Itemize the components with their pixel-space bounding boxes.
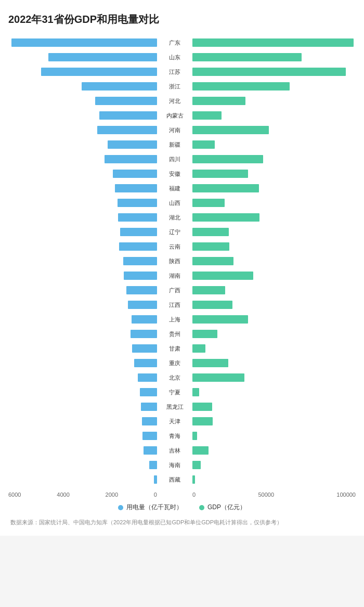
chart-grid: 广东山东江苏浙江河北内蒙古河南新疆四川安徽福建山西湖北辽宁云南陕西湖南广西江西上…: [8, 36, 356, 487]
province-label: 北京: [169, 371, 180, 384]
right-row: [190, 80, 356, 93]
left-row: [8, 138, 159, 151]
bar-gdp: [192, 97, 245, 105]
bar-electricity: [138, 373, 157, 382]
bar-electricity: [131, 330, 157, 338]
axis-area: 6000 4000 2000 0 0 50000 100000: [8, 492, 356, 498]
right-row: [190, 444, 356, 457]
bar-gdp: [192, 126, 269, 134]
right-row: [190, 123, 356, 137]
right-axis-50000: 50000: [258, 492, 274, 498]
left-row: [8, 444, 159, 457]
bar-gdp: [192, 257, 233, 265]
right-row: [190, 50, 356, 64]
left-row: [8, 371, 159, 384]
province-label: 天津: [169, 415, 180, 428]
legend-gdp: GDP（亿元）: [199, 503, 246, 512]
left-row: [8, 182, 159, 195]
right-row: [190, 429, 356, 443]
bar-electricity: [115, 184, 157, 192]
center-axis-spacer: [159, 492, 190, 498]
right-row: [190, 254, 356, 268]
right-row: [190, 458, 356, 472]
bar-electricity: [108, 140, 157, 149]
province-label: 山东: [169, 50, 180, 64]
bar-gdp: [192, 301, 232, 309]
bar-gdp: [192, 82, 290, 91]
right-row: [190, 182, 356, 195]
right-row: [190, 65, 356, 79]
left-row: [8, 356, 159, 370]
bar-electricity: [118, 213, 157, 222]
left-row: [8, 196, 159, 210]
province-label: 福建: [169, 182, 180, 195]
right-row: [190, 167, 356, 180]
province-label: 四川: [169, 152, 180, 166]
province-label: 江西: [169, 298, 180, 312]
province-label: 辽宁: [169, 225, 180, 239]
bar-electricity: [140, 388, 157, 396]
left-row: [8, 152, 159, 166]
left-row: [8, 109, 159, 122]
legend-gdp-dot: [199, 505, 204, 510]
bar-electricity: [141, 403, 157, 411]
right-row: [190, 313, 356, 326]
province-label: 甘肃: [169, 342, 180, 355]
bar-gdp: [192, 475, 195, 484]
legend-gdp-label: GDP（亿元）: [207, 503, 246, 512]
province-label: 陕西: [169, 254, 180, 268]
left-row: [8, 65, 159, 79]
bar-gdp: [192, 68, 346, 76]
province-label: 青海: [169, 429, 180, 443]
right-row: [190, 298, 356, 312]
bar-electricity: [134, 359, 157, 367]
right-row: [190, 240, 356, 253]
bar-electricity: [144, 446, 157, 455]
left-axis-0: 0: [154, 492, 157, 498]
left-row: [8, 50, 159, 64]
left-row: [8, 240, 159, 253]
left-axis-4000: 4000: [57, 492, 69, 498]
bar-electricity: [113, 170, 157, 178]
bar-gdp: [192, 373, 244, 382]
province-label: 云南: [169, 240, 180, 253]
left-row: [8, 327, 159, 341]
bar-electricity: [48, 53, 157, 61]
bar-gdp: [192, 199, 225, 207]
left-row: [8, 36, 159, 49]
bar-gdp: [192, 53, 302, 61]
bar-gdp: [192, 140, 215, 149]
right-row: [190, 152, 356, 166]
legend-electricity: 用电量（亿千瓦时）: [118, 503, 183, 512]
left-row: [8, 94, 159, 108]
chart-container: 2022年31省份GDP和用电量对比 广东山东江苏浙江河北内蒙古河南新疆四川安徽…: [0, 0, 364, 536]
province-label: 河北: [169, 94, 180, 108]
bar-electricity: [149, 461, 157, 469]
right-row: [190, 138, 356, 151]
left-axis-6000: 6000: [8, 492, 21, 498]
bar-gdp: [192, 315, 248, 324]
right-row: [190, 109, 356, 122]
bar-electricity: [118, 199, 157, 207]
bar-electricity: [11, 38, 157, 47]
bar-gdp: [192, 38, 354, 47]
province-label: 江苏: [169, 65, 180, 79]
bar-gdp: [192, 461, 201, 469]
left-row: [8, 385, 159, 399]
bar-electricity: [97, 126, 157, 134]
right-row: [190, 385, 356, 399]
bar-gdp: [192, 286, 225, 294]
province-label: 山西: [169, 196, 180, 210]
bar-gdp: [192, 228, 229, 236]
province-label: 内蒙古: [166, 109, 184, 122]
bar-electricity: [124, 272, 157, 280]
left-row: [8, 167, 159, 180]
left-row: [8, 298, 159, 312]
chart-body: 广东山东江苏浙江河北内蒙古河南新疆四川安徽福建山西湖北辽宁云南陕西湖南广西江西上…: [8, 36, 356, 527]
bar-gdp: [192, 432, 197, 440]
left-row: [8, 429, 159, 443]
province-label: 重庆: [169, 356, 180, 370]
bar-gdp: [192, 359, 228, 367]
province-label: 浙江: [169, 80, 180, 93]
legend-electricity-label: 用电量（亿千瓦时）: [126, 503, 183, 512]
